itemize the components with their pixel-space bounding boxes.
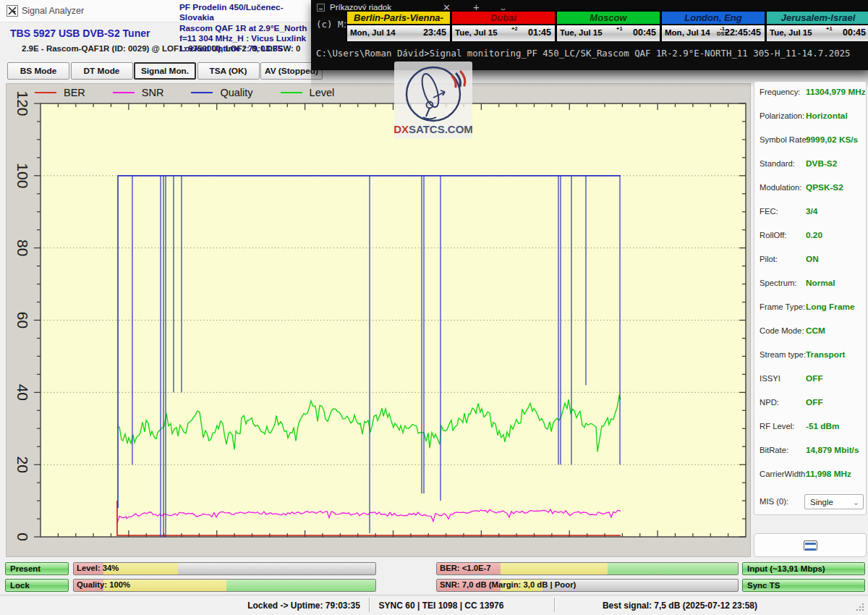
clock-time: 22:45:45 (725, 27, 761, 38)
svg-text:DXSATCS.COM: DXSATCS.COM (394, 123, 472, 135)
terminal-copyright-line: (c) Mi (316, 19, 349, 30)
clock-time-row: Mon, Jul 1423:45 (347, 25, 450, 41)
param-value: 14,879 Mbit/s (806, 445, 859, 455)
status-pill-right: Input (~13,91 Mbps) (742, 562, 865, 575)
terminal-prompt-line[interactable]: C:\Users\Roman Dávid>Signal monitoring_P… (316, 48, 866, 59)
y-axis-label: 80 (14, 239, 31, 256)
tab-dt-mode[interactable]: DT Mode (71, 62, 133, 80)
param-value: 0.20 (806, 230, 822, 240)
param-value: -51 dBm (806, 421, 840, 431)
tab-signal-mon-[interactable]: Signal Mon. (134, 62, 196, 80)
resize-grip[interactable] (856, 603, 865, 612)
clock-city: Dubai (452, 12, 555, 25)
clock-date: Tue, Jul 15 (770, 28, 812, 37)
app-title: Signal Analyzer (22, 6, 84, 16)
param-label: Code Mode: (760, 326, 804, 335)
y-axis-label: 0 (14, 533, 31, 541)
clock-utc-offset: +1 (826, 26, 833, 31)
satellite-dish-logo-graphic: DXSATCS.COM (394, 62, 472, 139)
clock-city: London, Eng (662, 12, 765, 25)
param-value: ON (806, 254, 819, 264)
param-label: Stream type: (760, 350, 806, 359)
clock-city: Berlin-Paris-Vienna-Roma (347, 12, 450, 25)
signal-monitor-chart: 020406080100120 (6, 83, 751, 557)
clock-time-row: Mon, Jul 14-1DST22:45:45 (662, 25, 765, 41)
param-label: Modulation: (760, 183, 801, 192)
param-label: Pilot: (760, 255, 778, 263)
cmd-icon (317, 4, 325, 12)
param-label: Polarization: (760, 111, 804, 120)
chevron-down-icon: ⌄ (853, 495, 859, 509)
clock-time: 00:45 (633, 27, 656, 38)
clock-time-row: Tue, Jul 15+100:45 (767, 25, 868, 41)
transponder-info-line: f=11 304 MHz_H : Vicus Luxlink (179, 33, 313, 43)
clock-date: Mon, Jul 14 (665, 28, 710, 37)
param-value: 11304,979 MHz (806, 87, 866, 97)
statusbar-section: SYNC 60 | TEI 1098 | CC 13976 (379, 601, 504, 611)
param-label: Spectrum: (760, 279, 796, 287)
param-label: BitRate: (760, 446, 788, 454)
param-value: CCM (806, 326, 825, 336)
tab-bs-mode[interactable]: BS Mode (7, 62, 69, 80)
y-axis-label: 120 (14, 90, 31, 116)
bar-segment-yellow (501, 563, 608, 574)
status-pill-present: Present (5, 562, 69, 575)
world-clock: Berlin-Paris-Vienna-RomaMon, Jul 1423:45 (346, 10, 451, 41)
clock-date: Tue, Jul 15 (560, 28, 603, 37)
param-value: 11,998 MHz (806, 469, 851, 479)
param-value: OFF (806, 397, 823, 407)
tab-tsa-ok-[interactable]: TSA (OK) (197, 62, 260, 80)
y-axis-label: 100 (14, 163, 31, 188)
y-axis-label: 40 (14, 384, 31, 401)
transponder-info-line: PF Prodelin 450/Lučenec-Slovakia (179, 2, 313, 23)
param-value: 9999,02 KS/s (806, 135, 858, 145)
status-pill-lock: Lock (5, 579, 69, 592)
param-label: Standard: (760, 159, 795, 168)
param-label: RF Level: (760, 422, 794, 430)
clock-utc-offset: +2 (511, 26, 518, 31)
bar-label: Level: 34% (77, 564, 119, 572)
mis-label: MIS (0): (760, 497, 788, 506)
param-value: Horizontal (806, 111, 848, 121)
param-value: Transport (806, 349, 845, 360)
bar-label: Quality: 100% (77, 580, 130, 589)
world-clock: DubaiTue, Jul 15+201:45 (451, 10, 556, 41)
param-label: CarrierWidth: (760, 470, 808, 478)
world-clock: London, EngMon, Jul 14-1DST22:45:45 (660, 10, 765, 41)
statusbar-section: Locked -> Uptime: 79:03:35 (247, 601, 360, 611)
bar-segment-green (226, 580, 376, 591)
clock-date: Tue, Jul 15 (455, 28, 498, 37)
signal-bar: SNR: 7,0 dB (Margin: 3,0 dB | Poor) (436, 579, 739, 592)
param-label: ISSYI (760, 374, 780, 383)
statusbar-divider (554, 598, 555, 612)
param-label: Frequency: (760, 88, 801, 96)
statusbar-divider (369, 598, 370, 612)
world-clock: MoscowTue, Jul 15+100:45 (556, 10, 660, 41)
clock-city: Moscow (557, 12, 660, 25)
param-value: OFF (806, 373, 823, 383)
param-label: NPD: (760, 398, 779, 407)
clock-date: Mon, Jul 14 (350, 28, 396, 37)
tuner-title: TBS 5927 USB DVB-S2 Tuner (10, 27, 150, 39)
panel-bottom-button[interactable] (754, 533, 867, 557)
app-icon (7, 5, 18, 17)
y-axis-label: 20 (14, 456, 31, 472)
bar-label: SNR: 7,0 dB (Margin: 3,0 dB | Poor) (440, 580, 576, 589)
clock-city: Jerusalem-Israel (767, 12, 868, 25)
param-label: Symbol Rate: (760, 135, 809, 144)
device-icon (804, 540, 817, 551)
dxsatcs-logo: DXSATCS.COM (394, 62, 472, 139)
param-value: Long Frame (806, 302, 855, 312)
param-value: QPSK-S2 (806, 182, 843, 192)
param-label: Frame Type: (760, 302, 805, 311)
param-label: FEC: (760, 207, 778, 216)
mis-dropdown[interactable]: Single⌄ (804, 494, 864, 509)
transponder-info-block: PF Prodelin 450/Lučenec-SlovakiaRascom Q… (179, 2, 313, 54)
statusbar-section: Best signal: 7,5 dB (2025-07-12 23:58) (603, 601, 757, 611)
transponder-info-line: Rascom QAF 1R at 2.9°E_North (179, 23, 313, 33)
world-clocks: Berlin-Paris-Vienna-RomaMon, Jul 1423:45… (346, 10, 868, 41)
bar-segment-green (608, 563, 739, 574)
world-clock: Jerusalem-IsraelTue, Jul 15+100:45 (765, 10, 868, 41)
param-value: 3/4 (806, 206, 817, 216)
clock-time-row: Tue, Jul 15+100:45 (557, 25, 660, 41)
